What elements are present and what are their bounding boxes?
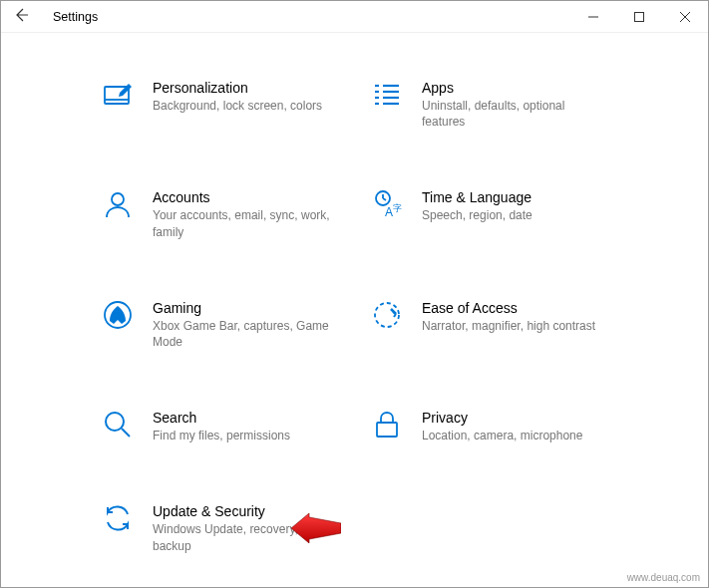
settings-item-time-language[interactable]: A 字 Time & Language Speech, region, date [370, 187, 629, 239]
svg-rect-1 [635, 12, 644, 21]
item-text: Apps Uninstall, defaults, optional featu… [422, 78, 629, 130]
item-title: Privacy [422, 410, 629, 426]
svg-text:字: 字 [393, 203, 402, 213]
svg-point-14 [112, 193, 124, 205]
window-title: Settings [41, 10, 98, 24]
svg-marker-25 [291, 513, 341, 543]
apps-icon [370, 78, 404, 112]
item-desc: Your accounts, email, sync, work, family [153, 207, 332, 239]
svg-line-23 [122, 429, 130, 437]
annotation-arrow-icon [291, 513, 341, 547]
personalization-icon [101, 78, 135, 112]
item-text: Personalization Background, lock screen,… [153, 78, 360, 114]
item-desc: Location, camera, microphone [422, 428, 601, 443]
close-icon [679, 11, 691, 23]
item-desc: Xbox Game Bar, captures, Game Mode [153, 318, 332, 350]
settings-item-personalization[interactable]: Personalization Background, lock screen,… [101, 78, 360, 130]
settings-item-ease-of-access[interactable]: Ease of Access Narrator, magnifier, high… [370, 298, 629, 350]
item-text: Search Find my files, permissions [153, 408, 360, 443]
arrow-left-icon [13, 7, 29, 27]
item-text: Ease of Access Narrator, magnifier, high… [422, 298, 629, 334]
settings-item-apps[interactable]: Apps Uninstall, defaults, optional featu… [370, 78, 629, 130]
ease-of-access-icon [370, 298, 404, 332]
settings-content: Personalization Background, lock screen,… [1, 33, 708, 554]
back-button[interactable] [1, 1, 41, 33]
svg-point-22 [106, 413, 124, 431]
svg-text:A: A [385, 205, 393, 219]
item-text: Gaming Xbox Game Bar, captures, Game Mod… [153, 298, 360, 350]
settings-item-gaming[interactable]: Gaming Xbox Game Bar, captures, Game Mod… [101, 298, 360, 350]
watermark-text: www.deuaq.com [627, 572, 700, 583]
minimize-button[interactable] [570, 1, 616, 33]
item-text: Time & Language Speech, region, date [422, 187, 629, 223]
settings-item-privacy[interactable]: Privacy Location, camera, microphone [370, 408, 629, 443]
time-language-icon: A 字 [370, 187, 404, 221]
minimize-icon [587, 11, 599, 23]
item-title: Personalization [153, 80, 360, 96]
item-title: Apps [422, 80, 629, 96]
item-desc: Find my files, permissions [153, 428, 332, 443]
item-title: Gaming [153, 300, 360, 316]
item-desc: Background, lock screen, colors [153, 98, 332, 114]
item-title: Ease of Access [422, 300, 629, 316]
item-desc: Speech, region, date [422, 207, 601, 223]
maximize-button[interactable] [616, 1, 662, 33]
item-text: Accounts Your accounts, email, sync, wor… [153, 187, 360, 239]
item-desc: Narrator, magnifier, high contrast [422, 318, 601, 334]
privacy-icon [370, 408, 404, 441]
close-button[interactable] [662, 1, 708, 33]
item-text: Privacy Location, camera, microphone [422, 408, 629, 443]
window-controls [570, 1, 708, 33]
item-desc: Uninstall, defaults, optional features [422, 98, 601, 130]
search-icon [101, 408, 135, 441]
settings-item-accounts[interactable]: Accounts Your accounts, email, sync, wor… [101, 187, 360, 239]
maximize-icon [633, 11, 645, 23]
item-title: Time & Language [422, 189, 629, 205]
gaming-icon [101, 298, 135, 332]
accounts-icon [101, 187, 135, 221]
item-title: Accounts [153, 189, 360, 205]
svg-rect-24 [377, 423, 397, 437]
settings-item-search[interactable]: Search Find my files, permissions [101, 408, 360, 443]
settings-grid: Personalization Background, lock screen,… [101, 78, 648, 554]
item-title: Search [153, 410, 360, 426]
update-security-icon [101, 501, 135, 535]
svg-line-17 [383, 198, 386, 200]
titlebar: Settings [1, 1, 708, 33]
